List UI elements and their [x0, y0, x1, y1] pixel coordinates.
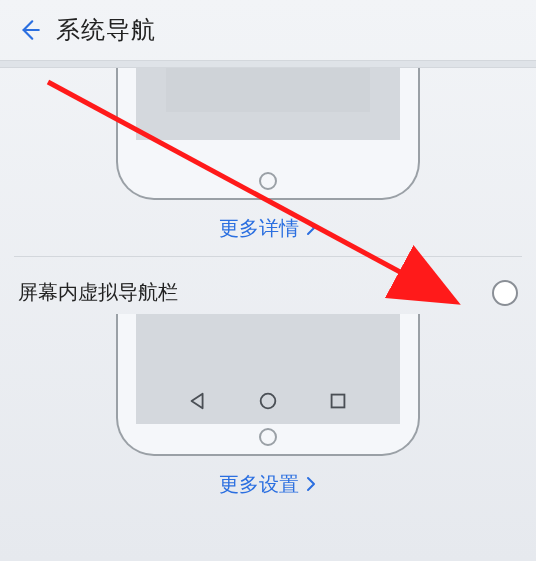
virtual-nav-bar: [136, 390, 400, 412]
phone-screen-area: [136, 68, 400, 140]
phone-mock-gesture: [116, 68, 420, 200]
nav-option-virtual-radio[interactable]: [492, 280, 518, 306]
header-separator: [0, 60, 536, 68]
circle-home-icon: [257, 390, 279, 412]
chevron-right-icon: [305, 220, 317, 236]
gesture-bar-illustration: [166, 68, 370, 112]
nav-option-virtual-preview: 更多设置: [0, 314, 536, 512]
more-details-link[interactable]: 更多详情: [14, 200, 522, 256]
svg-rect-3: [332, 395, 345, 408]
phone-home-indicator-icon: [259, 172, 277, 190]
back-button[interactable]: [12, 13, 46, 47]
phone-mock-virtual: [116, 314, 420, 456]
svg-marker-1: [192, 394, 203, 409]
nav-option-gesture-preview: 更多详情: [0, 68, 536, 256]
nav-option-virtual-row[interactable]: 屏幕内虚拟导航栏: [0, 257, 536, 314]
page-title: 系统导航: [56, 14, 156, 46]
phone-screen-area: [136, 314, 400, 424]
svg-point-2: [261, 394, 276, 409]
settings-screen: 系统导航 更多详情 屏幕内虚拟导航栏: [0, 0, 536, 561]
more-settings-link[interactable]: 更多设置: [14, 456, 522, 512]
phone-home-indicator-icon: [259, 428, 277, 446]
more-details-label: 更多详情: [219, 215, 299, 242]
chevron-right-icon: [305, 476, 317, 492]
square-recent-icon: [327, 390, 349, 412]
back-arrow-icon: [16, 17, 42, 43]
nav-option-virtual-label: 屏幕内虚拟导航栏: [18, 279, 178, 306]
triangle-back-icon: [187, 390, 209, 412]
header-bar: 系统导航: [0, 0, 536, 60]
more-settings-label: 更多设置: [219, 471, 299, 498]
